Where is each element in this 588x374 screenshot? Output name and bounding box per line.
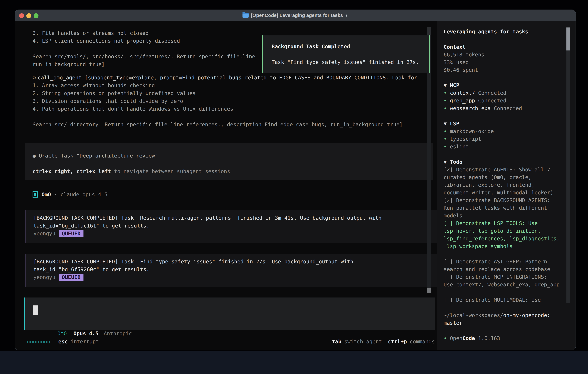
lsp-section-heading[interactable]: ▼ LSP	[444, 120, 564, 127]
shortcut-tab-label: switch agent	[344, 338, 382, 345]
subagent-navigation-hint: ctrl+x right, ctrl+x left to navigate be…	[32, 167, 433, 175]
context-heading: Context	[444, 43, 564, 51]
workspace-repo: oh-my-opencode:	[503, 312, 550, 318]
background-task-message: [BACKGROUND TASK COMPLETED] Task "Find t…	[25, 254, 437, 287]
lsp-name: markdown-oxide	[450, 128, 494, 134]
message-author: yeongyu	[33, 230, 55, 238]
workspace-branch: master	[444, 319, 564, 327]
terminal-window: [OpenCode] Leveraging agents for tasks ◐…	[15, 10, 576, 350]
lsp-item: • markdown-oxide	[444, 127, 564, 135]
agent-checkbox-icon	[32, 191, 38, 197]
scrollback-line: run_in_background=true]	[32, 61, 255, 68]
mcp-status: Connected	[478, 98, 506, 104]
window-title: [OpenCode] Leveraging agents for tasks	[251, 13, 343, 18]
notification-title: Background Task Completed	[272, 43, 425, 51]
mcp-section-heading[interactable]: ▼ MCP	[444, 82, 564, 89]
context-used: 33% used	[444, 58, 564, 66]
agent-name: OmO	[42, 191, 51, 197]
notification-body: Task "Find type safety issues" finished …	[272, 58, 425, 66]
status-dot-icon: •	[444, 90, 447, 96]
collapse-triangle-icon[interactable]: ▼	[444, 82, 447, 88]
message-line: [BACKGROUND TASK COMPLETED] Task "Find t…	[33, 258, 431, 266]
main-scrollbar-top-segment	[427, 27, 431, 35]
lsp-name: typescript	[450, 136, 481, 142]
todo-heading-text: Todo	[450, 159, 462, 165]
tool-call-header: ⚙call_omo_agent [subagent_type=explore, …	[32, 74, 417, 82]
activity-spinner-icon	[27, 341, 50, 343]
tool-call-item: 2. String operations on potentially unde…	[32, 89, 417, 97]
collapse-triangle-icon[interactable]: ▼	[444, 159, 447, 165]
scrollback-line: 3. File handles or streams not closed	[32, 29, 255, 37]
todo-item-pending: [ ] Demonstrate MCP INTEGRATIONS: Use co…	[444, 273, 564, 288]
background-task-notification: Background Task Completed Task "Find typ…	[262, 35, 430, 73]
terminal-content: 3. File handles or streams not closed 4.…	[15, 21, 576, 350]
text-cursor	[33, 305, 38, 315]
mcp-heading-text: MCP	[450, 82, 459, 88]
message-line: [BACKGROUND TASK COMPLETED] Task "Resear…	[33, 214, 431, 222]
lsp-heading-text: LSP	[450, 121, 459, 126]
oracle-task-panel[interactable]: ◉ Oracle Task "Deep architecture review"…	[25, 143, 433, 180]
mcp-item: • websearch_exa Connected	[444, 104, 564, 112]
lsp-item: • typescript	[444, 135, 564, 143]
message-line: task_id="bg_6f59260c" to get results.	[33, 266, 431, 273]
window-title-group: [OpenCode] Leveraging agents for tasks ◐	[242, 13, 348, 18]
separator-dot: ·	[54, 191, 57, 197]
status-dot-icon: •	[444, 335, 447, 341]
tool-call-item: 1. Array access without bounds checking	[32, 82, 417, 89]
app-name-dim: Open	[450, 335, 462, 341]
context-spent: $0.46 spent	[444, 66, 564, 74]
zoom-button[interactable]	[33, 13, 39, 18]
shortcut-tab: tab	[332, 338, 341, 345]
scrollback-line: Search src/tools/, src/hooks/, src/featu…	[32, 53, 255, 61]
app-name-bold: Code	[462, 335, 475, 341]
tool-call-header-text: call_omo_agent [subagent_type=explore, p…	[38, 75, 417, 81]
app-version: 1.0.163	[478, 335, 500, 341]
sidebar-scrollbar-thumb[interactable]	[567, 28, 570, 51]
status-dot-icon: •	[444, 105, 447, 111]
traffic-lights[interactable]	[19, 13, 39, 18]
todo-item-done: [✓] Demonstrate AGENTS: Show all 7 curat…	[444, 166, 564, 197]
folder-icon	[242, 13, 249, 18]
oracle-task-title-text: Oracle Task "Deep architecture review"	[39, 153, 158, 159]
todo-item-done: [✓] Demonstrate BACKGROUND AGENTS: Run p…	[444, 197, 564, 219]
version-line: • OpenCode 1.0.163	[444, 334, 564, 342]
status-badge: QUEUED	[59, 230, 84, 237]
scrollback-line	[32, 45, 255, 53]
minimize-button[interactable]	[26, 13, 31, 18]
scrollback-text: 3. File handles or streams not closed 4.…	[32, 29, 255, 68]
todo-item-pending: [ ] Demonstrate MULTIMODAL: Use	[444, 296, 564, 304]
context-tokens: 66,518 tokens	[444, 51, 564, 58]
gear-icon: ⚙	[32, 75, 36, 81]
tool-call-blank-line	[32, 113, 417, 121]
todo-section-heading[interactable]: ▼ Todo	[444, 158, 564, 166]
lsp-name: eslint	[450, 144, 469, 150]
mcp-status: Connected	[494, 105, 522, 111]
main-scrollbar-thumb[interactable]	[427, 288, 431, 292]
hint-shortcut: ctrl+x right,	[32, 168, 73, 174]
scrollback-line: 4. LSP client connections not properly d…	[32, 37, 255, 45]
sidebar-scrollbar[interactable]	[567, 28, 570, 303]
tool-call-footer: Search src/ directory. Return specific f…	[32, 121, 417, 128]
mcp-item: • grep_app Connected	[444, 97, 564, 104]
prompt-input[interactable]: OmOOpus 4.5Anthropic	[24, 298, 435, 330]
lsp-item: • eslint	[444, 143, 564, 150]
session-title: Leveraging agents for tasks	[444, 28, 564, 35]
mcp-name: grep_app	[450, 98, 475, 104]
close-button[interactable]	[19, 13, 24, 18]
mcp-name: websearch_exa	[450, 105, 491, 111]
background-task-message: [BACKGROUND TASK COMPLETED] Task "Resear…	[25, 210, 437, 243]
shortcut-esc-label: interrupt	[71, 338, 99, 345]
activity-indicator-icon: ◐	[345, 13, 348, 18]
mcp-name: context7	[450, 90, 475, 96]
sidebar: Leveraging agents for tasks Context 66,5…	[444, 28, 564, 342]
input-agent-name: OmO	[57, 331, 67, 336]
todo-item-pending: [ ] Demonstrate AST-GREP: Pattern search…	[444, 258, 564, 273]
shortcut-ctrlp: ctrl+p	[388, 338, 407, 345]
workspace-path: ~/local-workspaces/oh-my-opencode:	[444, 311, 564, 319]
titlebar: [OpenCode] Leveraging agents for tasks ◐	[15, 10, 576, 21]
collapse-triangle-icon[interactable]: ▼	[444, 121, 447, 126]
tool-call-item: 4. Path operations that don't handle Win…	[32, 105, 417, 113]
status-dot-icon: •	[444, 128, 447, 134]
tool-call-block: ⚙call_omo_agent [subagent_type=explore, …	[32, 74, 417, 128]
status-badge: QUEUED	[59, 274, 84, 281]
